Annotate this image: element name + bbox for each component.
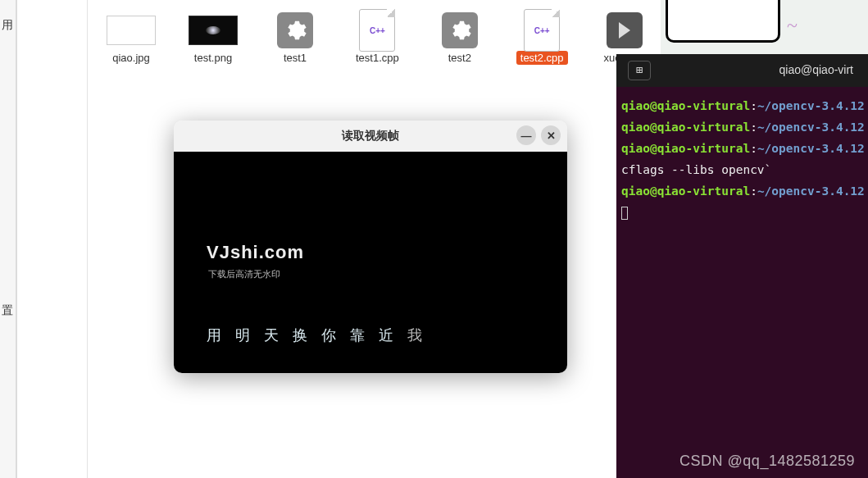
file-label: qiao.jpg	[108, 51, 154, 65]
desktop-scribble: ~	[787, 15, 798, 37]
sidebar-item[interactable]: 用	[0, 18, 16, 33]
terminal-window: ⊞ qiao@qiao-virt qiao@qiao-virtural:~/op…	[616, 54, 868, 478]
terminal-cursor	[621, 202, 865, 223]
video-window: 读取视频帧 — ✕ VJshi.com 下载后高清无水印 用 明 天 换 你 靠…	[174, 121, 567, 373]
minimize-button[interactable]: —	[516, 125, 536, 145]
terminal-line: qiao@qiao-virtural:~/opencv-3.4.12	[621, 180, 865, 202]
terminal-header[interactable]: ⊞ qiao@qiao-virt	[616, 54, 868, 87]
video-file-icon	[599, 13, 650, 48]
desktop-drawing	[666, 0, 780, 43]
file-item[interactable]: qiao.jpg	[106, 13, 157, 65]
file-item[interactable]: test1	[270, 13, 320, 65]
terminal-line: cflags --libs opencv`	[621, 159, 865, 180]
terminal-line: qiao@qiao-virtural:~/opencv-3.4.12	[621, 138, 865, 159]
window-title: 读取视频帧	[342, 129, 399, 143]
terminal-body[interactable]: qiao@qiao-virtural:~/opencv-3.4.12 qiao@…	[616, 87, 868, 224]
video-lyric: 用 明 天 换 你 靠 近 我	[207, 325, 427, 345]
watermark: CSDN @qq_1482581259	[679, 453, 855, 470]
sidebar-item[interactable]: 置	[0, 303, 16, 318]
video-subtext: 下载后高清无水印	[208, 268, 280, 280]
file-item[interactable]: test.png	[188, 13, 239, 65]
file-item[interactable]: test2	[434, 13, 485, 65]
executable-icon	[434, 13, 485, 48]
file-label: test2	[444, 51, 475, 65]
nav-sidebar: 用 置	[0, 0, 16, 478]
files-row: qiao.jpgtest.pngtest1C++test1.cpptest2C+…	[88, 0, 661, 78]
image-thumbnail-icon	[188, 13, 239, 48]
window-titlebar[interactable]: 读取视频帧 — ✕	[174, 121, 567, 152]
cpp-file-icon: C++	[352, 13, 402, 48]
terminal-title: qiao@qiao-virt	[666, 60, 857, 80]
image-thumbnail-icon	[106, 13, 157, 48]
file-item[interactable]: C++test1.cpp	[352, 13, 403, 65]
new-tab-button[interactable]: ⊞	[628, 61, 651, 80]
file-item[interactable]: C++test2.cpp	[516, 13, 568, 65]
file-label: test2.cpp	[516, 51, 568, 65]
video-frame: VJshi.com 下载后高清无水印 用 明 天 换 你 靠 近 我	[174, 152, 567, 373]
executable-icon	[270, 13, 320, 48]
video-logo: VJshi.com	[207, 242, 304, 263]
terminal-line: qiao@qiao-virtural:~/opencv-3.4.12	[621, 116, 865, 138]
cpp-file-icon: C++	[516, 13, 567, 48]
file-label: test.png	[190, 51, 236, 65]
close-button[interactable]: ✕	[541, 125, 561, 145]
file-label: test1.cpp	[352, 51, 403, 65]
file-label: test1	[279, 51, 311, 65]
terminal-line: qiao@qiao-virtural:~/opencv-3.4.12	[621, 95, 865, 116]
